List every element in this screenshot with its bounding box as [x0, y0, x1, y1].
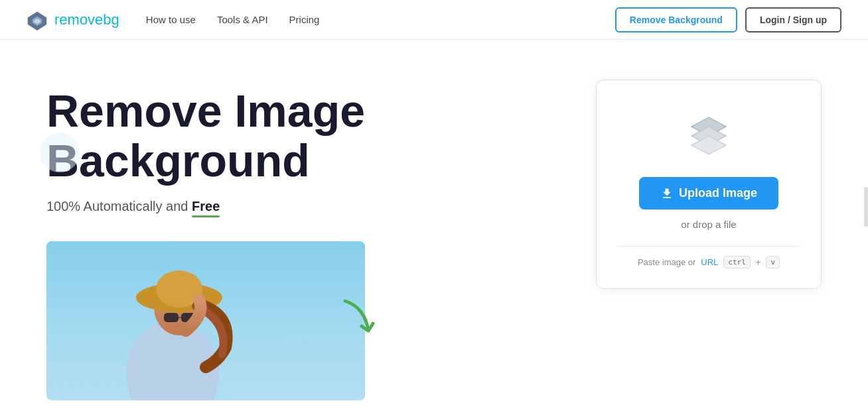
- upload-panel: Upload Image or drop a file Paste image …: [589, 80, 828, 289]
- v-key: v: [766, 256, 780, 268]
- nav-pricing[interactable]: Pricing: [289, 14, 320, 25]
- layers-icon: [687, 113, 730, 156]
- dots-decoration: [46, 369, 137, 387]
- scrollbar-hint[interactable]: [864, 187, 868, 227]
- hero-subtitle: 100% Automatically and Free: [46, 199, 418, 217]
- logo-text: removebg: [54, 11, 119, 29]
- upload-image-button[interactable]: Upload Image: [639, 177, 778, 209]
- login-signup-button[interactable]: Login / Sign up: [745, 7, 841, 32]
- hero-left: Remove Image Background 100% Automatical…: [46, 80, 418, 400]
- drop-text: or drop a file: [681, 219, 736, 230]
- logo-icon: [27, 9, 48, 30]
- free-text: Free: [192, 199, 220, 217]
- deco-circle-blue: [40, 133, 80, 172]
- nav-links: How to use Tools & API Pricing: [146, 14, 320, 25]
- hero-image-wrapper: [46, 241, 372, 400]
- logo[interactable]: removebg: [27, 9, 119, 30]
- navbar: removebg How to use Tools & API Pricing …: [0, 0, 868, 40]
- svg-rect-10: [164, 313, 179, 322]
- upload-button-label: Upload Image: [679, 186, 757, 200]
- plus-separator: +: [756, 257, 761, 267]
- upload-card: Upload Image or drop a file Paste image …: [596, 80, 822, 289]
- hero-title: Remove Image Background: [46, 86, 418, 186]
- paste-bar: Paste image or URL ctrl + v: [616, 246, 801, 268]
- upload-icon-area: [687, 113, 730, 158]
- upload-icon: [660, 187, 674, 200]
- nav-right: Remove Background Login / Sign up: [615, 7, 841, 32]
- remove-background-button[interactable]: Remove Background: [615, 7, 737, 32]
- nav-how-to-use[interactable]: How to use: [146, 14, 196, 25]
- arrow-wrapper: [332, 294, 385, 357]
- ctrl-key: ctrl: [723, 256, 751, 268]
- main-content: Remove Image Background 100% Automatical…: [0, 40, 868, 413]
- paste-label: Paste image or: [638, 257, 695, 267]
- nav-tools-api[interactable]: Tools & API: [217, 14, 268, 25]
- nav-left: removebg How to use Tools & API Pricing: [27, 9, 319, 30]
- paste-url-link[interactable]: URL: [701, 257, 718, 267]
